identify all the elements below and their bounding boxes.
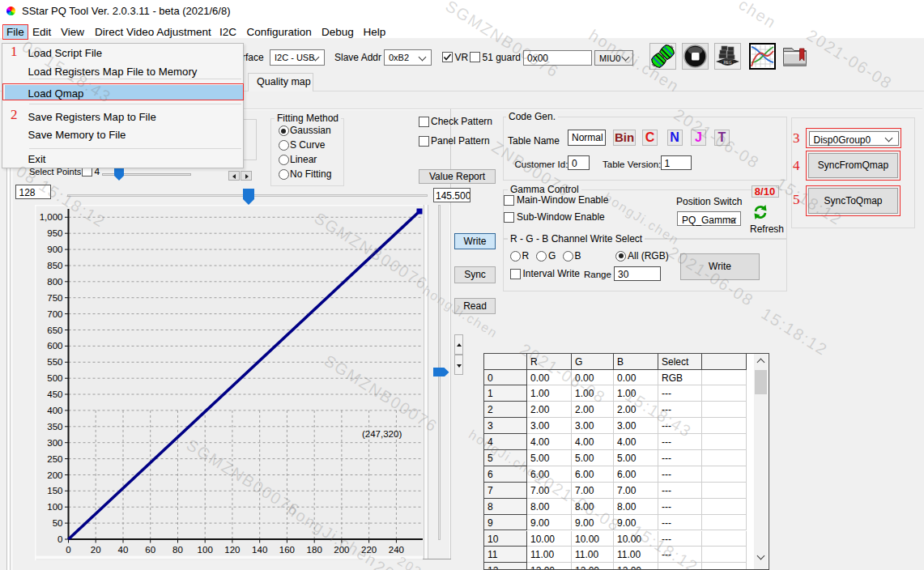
svg-text:REG: REG bbox=[724, 61, 732, 65]
svg-text:60: 60 bbox=[145, 545, 155, 555]
svg-text:750: 750 bbox=[47, 293, 62, 303]
svg-text:600: 600 bbox=[47, 341, 62, 351]
svg-text:150: 150 bbox=[47, 486, 62, 496]
svg-text:180: 180 bbox=[307, 545, 322, 555]
svg-text:400: 400 bbox=[47, 406, 62, 415]
svg-text:200: 200 bbox=[334, 545, 349, 555]
svg-text:240: 240 bbox=[389, 545, 404, 555]
svg-text:40: 40 bbox=[118, 545, 129, 555]
svg-text:80: 80 bbox=[172, 545, 183, 555]
svg-text:140: 140 bbox=[252, 545, 267, 555]
svg-text:250: 250 bbox=[47, 454, 62, 464]
svg-text:300: 300 bbox=[47, 438, 62, 448]
svg-text:0: 0 bbox=[57, 534, 62, 544]
svg-text:220: 220 bbox=[361, 545, 377, 555]
svg-text:550: 550 bbox=[47, 357, 62, 367]
svg-text:100: 100 bbox=[198, 545, 213, 555]
svg-text:100: 100 bbox=[47, 502, 62, 512]
svg-text:0: 0 bbox=[66, 545, 70, 555]
svg-text:(247,320): (247,320) bbox=[362, 429, 402, 439]
svg-text:200: 200 bbox=[47, 470, 62, 480]
svg-text:950: 950 bbox=[47, 228, 62, 238]
svg-text:800: 800 bbox=[47, 277, 62, 287]
svg-text:900: 900 bbox=[47, 245, 62, 254]
svg-text:160: 160 bbox=[279, 545, 295, 555]
svg-text:50: 50 bbox=[53, 518, 63, 528]
svg-text:700: 700 bbox=[47, 309, 62, 319]
svg-text:120: 120 bbox=[224, 545, 240, 555]
svg-text:350: 350 bbox=[47, 422, 62, 432]
svg-text:650: 650 bbox=[47, 325, 62, 335]
svg-text:450: 450 bbox=[47, 389, 62, 399]
svg-text:500: 500 bbox=[47, 373, 62, 383]
svg-text:1,000: 1,000 bbox=[40, 212, 63, 222]
svg-text:20: 20 bbox=[91, 545, 101, 555]
svg-text:850: 850 bbox=[47, 261, 62, 270]
